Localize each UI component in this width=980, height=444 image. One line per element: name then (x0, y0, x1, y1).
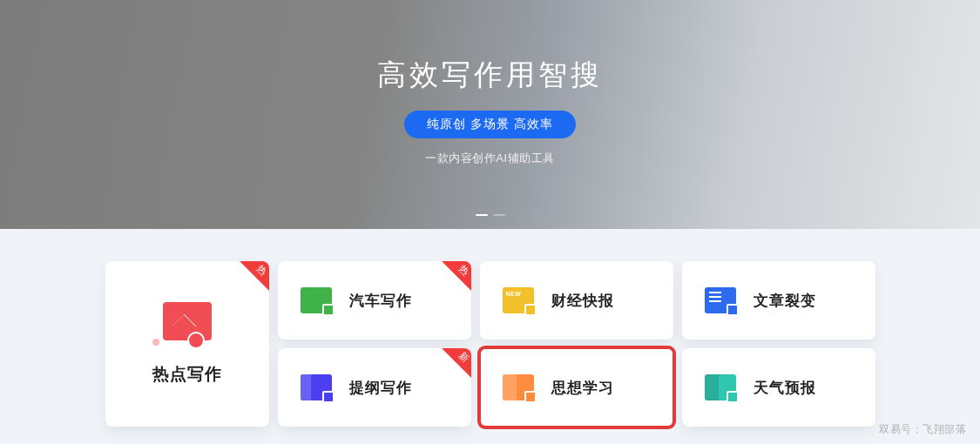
card-weather-forecast[interactable]: 天气预报 (682, 348, 875, 427)
card-label: 提纲写作 (349, 378, 412, 398)
card-grid: 热 汽车写作 财经快报 文章裂变 新 提纲写作 思想学习 天气预报 (278, 261, 875, 427)
card-article-split[interactable]: 文章裂变 (682, 261, 875, 340)
card-label: 文章裂变 (754, 291, 816, 311)
layout-icon (301, 374, 332, 400)
document-icon (301, 287, 332, 313)
card-label: 天气预报 (754, 378, 816, 398)
weather-icon (705, 374, 736, 400)
carousel-dot-1[interactable] (476, 214, 488, 217)
chart-icon (163, 302, 212, 340)
featured-label: 热点写作 (152, 363, 222, 386)
card-outline-writing[interactable]: 新 提纲写作 (278, 348, 471, 427)
card-area: 热 热点写作 热 汽车写作 财经快报 文章裂变 新 提纲写作 思想学习 (0, 261, 980, 427)
card-thought-study[interactable]: 思想学习 (480, 348, 673, 427)
card-label: 汽车写作 (349, 291, 412, 311)
watermark: 双易号：飞翔部落 (879, 422, 966, 437)
featured-card-hot-writing[interactable]: 热 热点写作 (105, 261, 269, 427)
new-badge-icon (503, 287, 534, 313)
card-finance-news[interactable]: 财经快报 (480, 261, 673, 340)
card-label: 财经快报 (551, 291, 614, 311)
carousel-dot-2[interactable] (493, 214, 505, 217)
book-icon (503, 374, 534, 400)
hero-subtitle: 一款内容创作AI辅助工具 (425, 151, 554, 166)
hero-title: 高效写作用智搜 (377, 56, 603, 95)
card-label: 思想学习 (551, 378, 614, 398)
hero-banner: 高效写作用智搜 纯原创 多场景 高效率 一款内容创作AI辅助工具 (0, 0, 980, 229)
card-car-writing[interactable]: 热 汽车写作 (278, 261, 471, 340)
list-icon (705, 287, 736, 313)
carousel-dots[interactable] (476, 214, 505, 217)
hero-pill: 纯原创 多场景 高效率 (404, 111, 576, 138)
